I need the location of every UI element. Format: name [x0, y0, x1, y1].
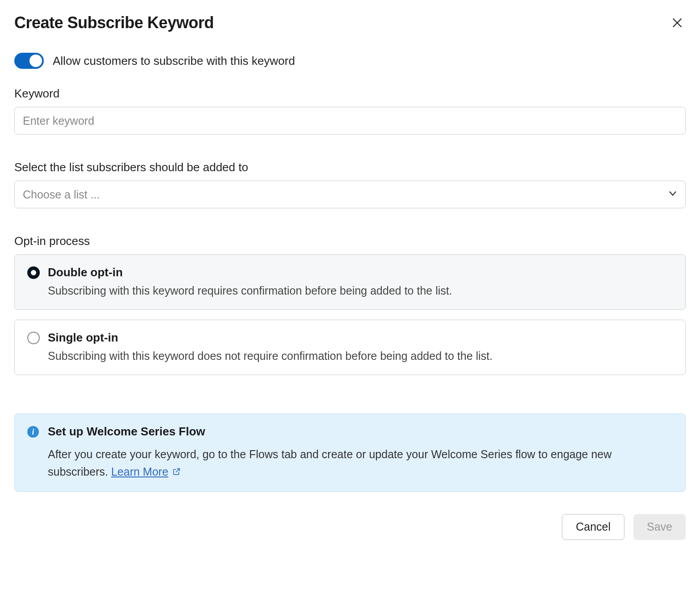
close-button[interactable]: [669, 14, 686, 31]
list-select-placeholder: Choose a list ...: [23, 188, 100, 201]
keyword-field-group: Keyword: [14, 87, 686, 135]
close-icon: [671, 17, 683, 29]
dialog-header: Create Subscribe Keyword: [14, 13, 686, 32]
toggle-knob: [30, 55, 42, 67]
optin-option-single[interactable]: Single opt-in Subscribing with this keyw…: [14, 320, 686, 375]
allow-subscribe-label: Allow customers to subscribe with this k…: [53, 54, 295, 68]
dialog-title: Create Subscribe Keyword: [14, 13, 214, 32]
optin-double-title: Double opt-in: [48, 266, 673, 279]
alert-title: Set up Welcome Series Flow: [48, 425, 673, 439]
keyword-label: Keyword: [14, 87, 686, 101]
radio-unchecked-icon: [27, 332, 40, 344]
external-link-icon: [172, 467, 181, 476]
info-icon: i: [27, 426, 39, 438]
save-button[interactable]: Save: [633, 514, 686, 540]
list-select[interactable]: Choose a list ...: [14, 181, 686, 208]
welcome-series-alert: i Set up Welcome Series Flow After you c…: [14, 413, 686, 492]
list-label: Select the list subscribers should be ad…: [14, 160, 686, 174]
learn-more-link[interactable]: Learn More: [111, 463, 181, 481]
allow-subscribe-toggle[interactable]: [14, 53, 44, 69]
optin-single-description: Subscribing with this keyword does not r…: [48, 348, 673, 364]
radio-checked-icon: [27, 266, 40, 279]
optin-double-description: Subscribing with this keyword requires c…: [48, 283, 673, 299]
list-field-group: Select the list subscribers should be ad…: [14, 160, 686, 208]
dialog-footer: Cancel Save: [14, 514, 686, 540]
optin-double-content: Double opt-in Subscribing with this keyw…: [48, 266, 673, 299]
learn-more-text: Learn More: [111, 463, 169, 481]
cancel-button[interactable]: Cancel: [562, 514, 624, 540]
allow-subscribe-row: Allow customers to subscribe with this k…: [14, 53, 686, 69]
optin-single-content: Single opt-in Subscribing with this keyw…: [48, 331, 673, 364]
optin-section: Opt-in process Double opt-in Subscribing…: [14, 234, 686, 375]
optin-option-double[interactable]: Double opt-in Subscribing with this keyw…: [14, 254, 686, 310]
list-select-wrap: Choose a list ...: [14, 181, 686, 208]
alert-content: Set up Welcome Series Flow After you cre…: [48, 425, 673, 481]
optin-single-title: Single opt-in: [48, 331, 673, 345]
optin-section-label: Opt-in process: [14, 234, 686, 248]
alert-body: After you create your keyword, go to the…: [48, 446, 673, 481]
keyword-input[interactable]: [14, 107, 686, 135]
